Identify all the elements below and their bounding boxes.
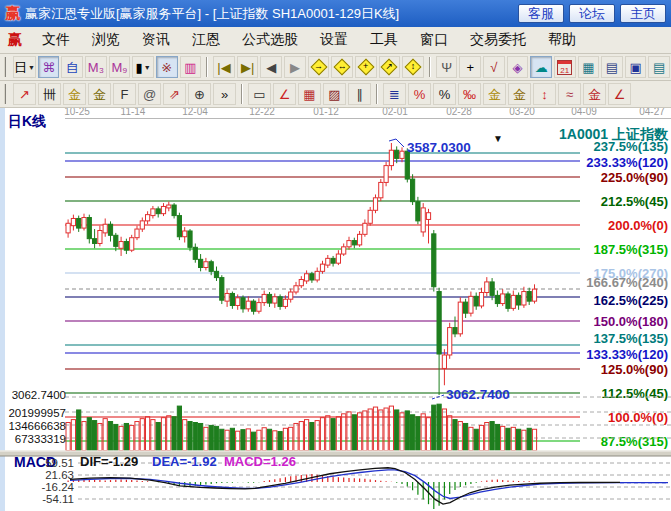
trend-pencil-icon-glyph: ↗ — [19, 88, 30, 101]
relation-graph-icon[interactable]: ⌘ — [38, 56, 60, 78]
volume-scale-label: 134666638 — [8, 420, 66, 432]
gann-wheel-icon[interactable]: ⊕ — [188, 83, 211, 105]
menu-item-3[interactable]: 江恩 — [181, 27, 231, 53]
gann-fan-icon[interactable]: ∠ — [273, 83, 296, 105]
toolbar-separator — [429, 57, 431, 77]
gann-grid-a-icon-glyph: 金 — [68, 88, 81, 101]
volume-bar — [432, 405, 436, 450]
percent-lines-icon[interactable]: ‰ — [458, 83, 481, 105]
date-tick-label: 01-12 — [313, 108, 339, 117]
gann-grid-b-icon[interactable]: 金 — [88, 83, 111, 105]
candle-body — [469, 296, 473, 313]
price-grid-icon[interactable]: ▦ — [298, 83, 321, 105]
wave-ratio-icon[interactable]: ≈ — [558, 83, 581, 105]
clipboard-icon[interactable]: ▤ — [648, 56, 670, 78]
volume-scale-label: 201999957 — [8, 407, 66, 419]
prev-bar-button[interactable]: ◀ — [260, 56, 282, 78]
zoom-diagonal-diamond-icon[interactable]: ↗ — [379, 56, 401, 78]
candle-body — [262, 294, 266, 302]
kline-style-dropdown[interactable]: ▮▼ — [132, 56, 154, 78]
candle-body — [495, 295, 499, 303]
golden-section-icon[interactable]: 金 — [508, 83, 531, 105]
retrace-percent-icon[interactable]: % — [408, 83, 431, 105]
macd-scale-label: 21.63 — [45, 469, 74, 481]
parallel-lines-icon[interactable]: ∥ — [348, 83, 371, 105]
price-measure-icon[interactable]: ↕ — [533, 83, 556, 105]
menu-item-9[interactable]: 帮助 — [537, 27, 587, 53]
candle-body — [395, 150, 399, 158]
customer-service-button[interactable]: 客服 — [518, 4, 564, 23]
candle-body — [336, 254, 340, 263]
gann-grid-a-icon[interactable]: 金 — [63, 83, 86, 105]
golden-circle-icon[interactable]: 金 — [483, 83, 506, 105]
volume-bar — [395, 410, 399, 451]
next-bar-button[interactable]: ▶ — [284, 56, 306, 78]
minute-chart-9-icon[interactable]: M₉ — [109, 56, 131, 78]
toolbar-gripper — [4, 57, 8, 77]
calendar-icon[interactable]: 21 — [554, 56, 576, 78]
candle-body — [188, 231, 192, 247]
trend-pencil-icon[interactable]: ↗ — [13, 83, 36, 105]
first-bar-button-glyph: |◀ — [217, 61, 230, 74]
spiral-icon[interactable]: @ — [138, 83, 161, 105]
angle-line-icon[interactable]: ∠ — [608, 83, 631, 105]
kline-chart[interactable]: 10-2511-1412-0412-2201-1202-0102-2803-20… — [0, 108, 671, 511]
analysis-brain-icon[interactable]: ☁ — [530, 56, 552, 78]
golden-box-icon[interactable]: 金 — [583, 83, 606, 105]
candle-body — [310, 274, 314, 280]
candle-body — [214, 271, 218, 277]
gann-label-133.33: 133.33%(120) — [586, 347, 668, 362]
prev-bar-button-glyph: ◀ — [266, 61, 276, 74]
candle-body — [432, 234, 436, 287]
menu-item-6[interactable]: 工具 — [359, 27, 409, 53]
measure-pencil-icon[interactable]: ⇗ — [163, 83, 186, 105]
dropdown-caret-icon: ▼ — [28, 64, 35, 71]
formula-icon[interactable]: ※ — [156, 56, 178, 78]
pan-right-diamond-icon[interactable]: → — [308, 56, 330, 78]
stats-pointer-icon[interactable]: √ — [483, 56, 505, 78]
window-title: 赢家江恩专业版[赢家服务平台] - [上证指数 SH1A0001-129日K线] — [25, 5, 513, 23]
date-tick-label: 10-25 — [64, 108, 90, 117]
volume-bar — [114, 424, 118, 450]
menu-item-8[interactable]: 交易委托 — [459, 27, 537, 53]
zoom-all-diamond-icon[interactable]: + — [355, 56, 377, 78]
notes-icon[interactable]: ▤ — [601, 56, 623, 78]
fib-grid-icon[interactable]: F — [113, 83, 136, 105]
candle-body — [347, 241, 351, 247]
menu-item-1[interactable]: 浏览 — [81, 27, 131, 53]
candle-body — [384, 166, 388, 183]
relation-graph-icon-glyph: ⌘ — [42, 61, 55, 74]
expand-horizontal-diamond-icon[interactable]: ↔ — [331, 56, 353, 78]
menu-item-2[interactable]: 资讯 — [131, 27, 181, 53]
menu-item-0[interactable]: 文件 — [31, 27, 81, 53]
menu-item-7[interactable]: 窗口 — [409, 27, 459, 53]
pan-hand-icon[interactable]: Ψ — [436, 56, 458, 78]
forum-button[interactable]: 论坛 — [569, 4, 615, 23]
calculator-icon[interactable]: ▦ — [578, 56, 600, 78]
minute-chart-3-icon[interactable]: M₃ — [85, 56, 107, 78]
percent-tool-icon[interactable]: % — [433, 83, 456, 105]
more-tools-button[interactable]: » — [213, 83, 236, 105]
crosshair-icon[interactable]: + — [459, 56, 481, 78]
candle-body — [352, 241, 356, 245]
save-icon[interactable]: ▣ — [625, 56, 647, 78]
time-cycle-icon[interactable]: 卌 — [38, 83, 61, 105]
last-bar-button[interactable]: ▶| — [237, 56, 259, 78]
menu-item-5[interactable]: 设置 — [309, 27, 359, 53]
candle-body — [230, 293, 234, 305]
box-range-icon[interactable]: ▭ — [248, 83, 271, 105]
candle-body — [161, 206, 165, 213]
low-price-label: 3062.7400 — [446, 387, 510, 402]
first-bar-button[interactable]: |◀ — [213, 56, 235, 78]
info-list-icon[interactable]: 自 — [61, 56, 83, 78]
homepage-button[interactable]: 主页 — [620, 4, 666, 23]
macd-scale-label: -54.11 — [42, 493, 74, 505]
expand-vertical-diamond-icon[interactable]: ↕ — [402, 56, 424, 78]
menu-item-4[interactable]: 公式选股 — [231, 27, 309, 53]
multi-color-chart-icon[interactable]: ▥ — [180, 56, 202, 78]
volume-bar — [495, 424, 499, 450]
scale-bars-icon[interactable]: ≣ — [383, 83, 406, 105]
period-day-dropdown[interactable]: 日▼ — [13, 56, 36, 78]
gann-tools-icon[interactable]: ◈ — [507, 56, 529, 78]
angle-grid-icon[interactable]: ▨ — [323, 83, 346, 105]
